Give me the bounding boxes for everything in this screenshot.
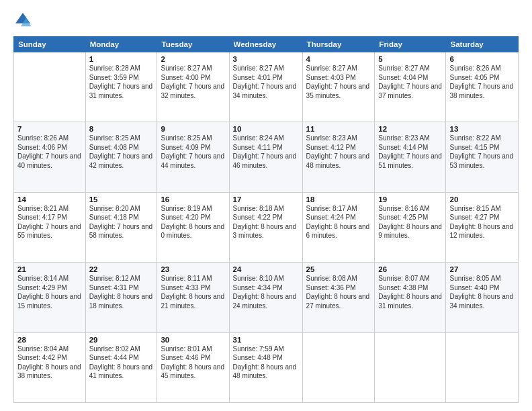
calendar-cell: 28Sunrise: 8:04 AMSunset: 4:42 PMDayligh… xyxy=(14,332,86,402)
day-number: 12 xyxy=(378,125,442,133)
day-number: 13 xyxy=(449,125,515,133)
day-number: 22 xyxy=(89,265,154,273)
day-info: Sunrise: 8:12 AMSunset: 4:31 PMDaylight:… xyxy=(89,274,154,310)
day-number: 1 xyxy=(89,55,154,63)
day-info: Sunrise: 8:11 AMSunset: 4:33 PMDaylight:… xyxy=(161,274,225,310)
day-info: Sunrise: 8:22 AMSunset: 4:15 PMDaylight:… xyxy=(449,134,515,170)
day-number: 17 xyxy=(233,195,299,203)
weekday-header: Friday xyxy=(375,37,446,52)
day-info: Sunrise: 8:16 AMSunset: 4:25 PMDaylight:… xyxy=(378,204,442,240)
day-info: Sunrise: 8:20 AMSunset: 4:18 PMDaylight:… xyxy=(89,204,154,240)
logo xyxy=(13,11,35,30)
day-number: 8 xyxy=(89,125,154,133)
day-info: Sunrise: 8:21 AMSunset: 4:17 PMDaylight:… xyxy=(17,204,82,240)
calendar-cell xyxy=(446,332,519,402)
day-number: 16 xyxy=(161,195,225,203)
calendar-cell: 22Sunrise: 8:12 AMSunset: 4:31 PMDayligh… xyxy=(85,263,157,332)
day-number: 29 xyxy=(89,336,154,344)
calendar-cell: 29Sunrise: 8:02 AMSunset: 4:44 PMDayligh… xyxy=(85,332,157,402)
day-info: Sunrise: 8:26 AMSunset: 4:05 PMDaylight:… xyxy=(449,64,515,100)
calendar-cell: 25Sunrise: 8:08 AMSunset: 4:36 PMDayligh… xyxy=(302,263,375,332)
calendar-cell: 9Sunrise: 8:25 AMSunset: 4:09 PMDaylight… xyxy=(157,122,229,192)
day-info: Sunrise: 8:15 AMSunset: 4:27 PMDaylight:… xyxy=(449,204,515,240)
calendar-cell: 18Sunrise: 8:17 AMSunset: 4:24 PMDayligh… xyxy=(302,192,375,262)
day-number: 9 xyxy=(161,125,225,133)
day-info: Sunrise: 8:10 AMSunset: 4:34 PMDaylight:… xyxy=(233,274,299,310)
weekday-header: Saturday xyxy=(446,37,519,52)
weekday-header: Tuesday xyxy=(157,37,229,52)
calendar-cell xyxy=(14,52,86,122)
page: SundayMondayTuesdayWednesdayThursdayFrid… xyxy=(0,0,532,411)
calendar-cell: 13Sunrise: 8:22 AMSunset: 4:15 PMDayligh… xyxy=(446,122,519,192)
calendar-cell: 24Sunrise: 8:10 AMSunset: 4:34 PMDayligh… xyxy=(229,263,302,332)
day-info: Sunrise: 8:24 AMSunset: 4:11 PMDaylight:… xyxy=(233,134,299,170)
calendar-table: SundayMondayTuesdayWednesdayThursdayFrid… xyxy=(13,36,519,403)
calendar-cell: 3Sunrise: 8:27 AMSunset: 4:01 PMDaylight… xyxy=(229,52,302,122)
day-info: Sunrise: 8:27 AMSunset: 4:03 PMDaylight:… xyxy=(306,64,371,100)
day-number: 24 xyxy=(233,265,299,273)
day-info: Sunrise: 8:17 AMSunset: 4:24 PMDaylight:… xyxy=(306,204,371,240)
calendar-cell: 15Sunrise: 8:20 AMSunset: 4:18 PMDayligh… xyxy=(85,192,157,262)
calendar-cell: 10Sunrise: 8:24 AMSunset: 4:11 PMDayligh… xyxy=(229,122,302,192)
calendar-cell: 1Sunrise: 8:28 AMSunset: 3:59 PMDaylight… xyxy=(85,52,157,122)
day-number: 5 xyxy=(378,55,442,63)
day-info: Sunrise: 8:18 AMSunset: 4:22 PMDaylight:… xyxy=(233,204,299,240)
calendar-cell: 21Sunrise: 8:14 AMSunset: 4:29 PMDayligh… xyxy=(14,263,86,332)
day-info: Sunrise: 7:59 AMSunset: 4:48 PMDaylight:… xyxy=(233,345,299,381)
day-info: Sunrise: 8:05 AMSunset: 4:40 PMDaylight:… xyxy=(449,274,515,310)
day-number: 30 xyxy=(161,336,225,344)
day-number: 27 xyxy=(449,265,515,273)
day-number: 3 xyxy=(233,55,299,63)
calendar-cell xyxy=(375,332,446,402)
day-info: Sunrise: 8:04 AMSunset: 4:42 PMDaylight:… xyxy=(17,345,82,381)
day-info: Sunrise: 8:23 AMSunset: 4:12 PMDaylight:… xyxy=(306,134,371,170)
calendar-cell: 30Sunrise: 8:01 AMSunset: 4:46 PMDayligh… xyxy=(157,332,229,402)
day-number: 4 xyxy=(306,55,371,63)
day-info: Sunrise: 8:01 AMSunset: 4:46 PMDaylight:… xyxy=(161,345,225,381)
calendar-cell: 4Sunrise: 8:27 AMSunset: 4:03 PMDaylight… xyxy=(302,52,375,122)
day-info: Sunrise: 8:19 AMSunset: 4:20 PMDaylight:… xyxy=(161,204,225,240)
calendar-cell: 26Sunrise: 8:07 AMSunset: 4:38 PMDayligh… xyxy=(375,263,446,332)
day-number: 19 xyxy=(378,195,442,203)
logo-icon xyxy=(13,11,32,30)
day-info: Sunrise: 8:27 AMSunset: 4:04 PMDaylight:… xyxy=(378,64,442,100)
day-number: 15 xyxy=(89,195,154,203)
day-number: 23 xyxy=(161,265,225,273)
calendar-cell: 20Sunrise: 8:15 AMSunset: 4:27 PMDayligh… xyxy=(446,192,519,262)
day-info: Sunrise: 8:26 AMSunset: 4:06 PMDaylight:… xyxy=(17,134,82,170)
calendar-cell: 31Sunrise: 7:59 AMSunset: 4:48 PMDayligh… xyxy=(229,332,302,402)
calendar-cell: 14Sunrise: 8:21 AMSunset: 4:17 PMDayligh… xyxy=(14,192,86,262)
weekday-header: Sunday xyxy=(14,37,86,52)
calendar-cell: 2Sunrise: 8:27 AMSunset: 4:00 PMDaylight… xyxy=(157,52,229,122)
calendar-cell: 17Sunrise: 8:18 AMSunset: 4:22 PMDayligh… xyxy=(229,192,302,262)
day-number: 6 xyxy=(449,55,515,63)
day-number: 25 xyxy=(306,265,371,273)
calendar-cell: 8Sunrise: 8:25 AMSunset: 4:08 PMDaylight… xyxy=(85,122,157,192)
day-number: 11 xyxy=(306,125,371,133)
day-info: Sunrise: 8:07 AMSunset: 4:38 PMDaylight:… xyxy=(378,274,442,310)
day-number: 18 xyxy=(306,195,371,203)
day-info: Sunrise: 8:23 AMSunset: 4:14 PMDaylight:… xyxy=(378,134,442,170)
day-number: 14 xyxy=(17,195,82,203)
day-info: Sunrise: 8:25 AMSunset: 4:08 PMDaylight:… xyxy=(89,134,154,170)
weekday-header: Thursday xyxy=(302,37,375,52)
day-number: 26 xyxy=(378,265,442,273)
day-info: Sunrise: 8:28 AMSunset: 3:59 PMDaylight:… xyxy=(89,64,154,100)
day-info: Sunrise: 8:27 AMSunset: 4:00 PMDaylight:… xyxy=(161,64,225,100)
day-number: 21 xyxy=(17,265,82,273)
calendar-cell: 23Sunrise: 8:11 AMSunset: 4:33 PMDayligh… xyxy=(157,263,229,332)
calendar-cell: 19Sunrise: 8:16 AMSunset: 4:25 PMDayligh… xyxy=(375,192,446,262)
calendar-cell: 12Sunrise: 8:23 AMSunset: 4:14 PMDayligh… xyxy=(375,122,446,192)
weekday-header: Wednesday xyxy=(229,37,302,52)
day-number: 31 xyxy=(233,336,299,344)
calendar-cell xyxy=(302,332,375,402)
calendar-cell: 27Sunrise: 8:05 AMSunset: 4:40 PMDayligh… xyxy=(446,263,519,332)
day-info: Sunrise: 8:08 AMSunset: 4:36 PMDaylight:… xyxy=(306,274,371,310)
day-number: 7 xyxy=(17,125,82,133)
day-number: 20 xyxy=(449,195,515,203)
calendar-cell: 16Sunrise: 8:19 AMSunset: 4:20 PMDayligh… xyxy=(157,192,229,262)
day-number: 10 xyxy=(233,125,299,133)
calendar-cell: 5Sunrise: 8:27 AMSunset: 4:04 PMDaylight… xyxy=(375,52,446,122)
calendar-cell: 7Sunrise: 8:26 AMSunset: 4:06 PMDaylight… xyxy=(14,122,86,192)
day-info: Sunrise: 8:27 AMSunset: 4:01 PMDaylight:… xyxy=(233,64,299,100)
